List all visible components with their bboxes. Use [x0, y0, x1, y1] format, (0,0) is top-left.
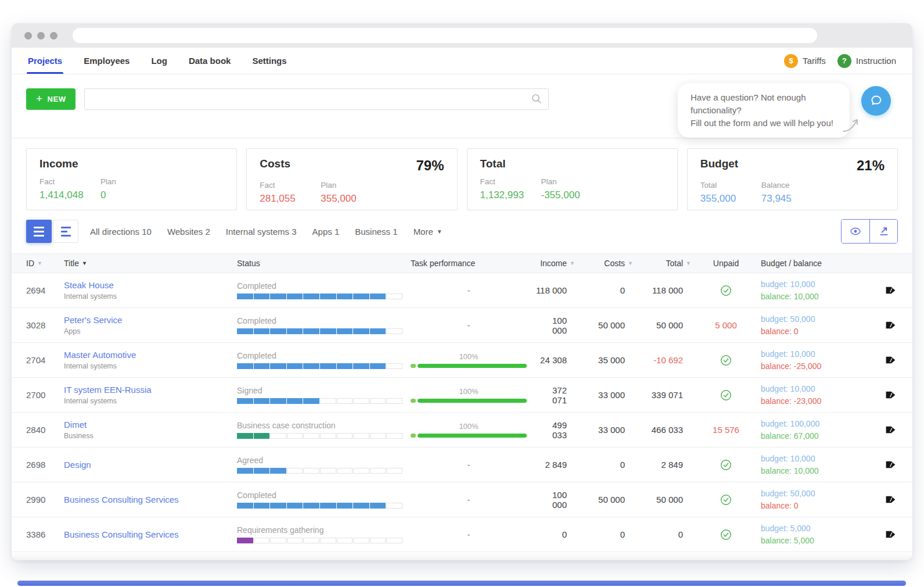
- table-row[interactable]: 2704 Master Automotive Internal systems …: [12, 343, 912, 378]
- status-segment: [337, 398, 353, 404]
- project-title-link[interactable]: Business Consulting Services: [64, 529, 237, 539]
- export-button[interactable]: [869, 220, 897, 243]
- tab-projects[interactable]: Projects: [28, 48, 62, 74]
- status-segment: [287, 538, 303, 543]
- window-control-dot[interactable]: [50, 32, 57, 40]
- instruction-button[interactable]: ? Instruction: [837, 54, 896, 68]
- status-segment: [254, 503, 270, 509]
- compact-view-button[interactable]: [53, 220, 78, 243]
- income-value: 0: [535, 529, 575, 539]
- status-cell: Completed: [237, 281, 411, 299]
- window-control-dot[interactable]: [24, 32, 32, 40]
- col-header-costs[interactable]: Costs ▼: [575, 259, 633, 268]
- window-control-dot[interactable]: [37, 32, 45, 40]
- budget-card: Budget 21% Total 355,000 Balance 73,945: [687, 148, 898, 210]
- paid-check-icon: [720, 389, 732, 402]
- total-card: Total Fact 1,132,993 Plan -355,000: [467, 148, 678, 210]
- status-segment: [370, 503, 386, 509]
- card-value: 0: [100, 189, 161, 201]
- status-segment: [353, 468, 369, 474]
- costs-card: Costs 79% Fact 281,055 Plan 355,000: [246, 148, 457, 210]
- col-header-id[interactable]: ID ▼: [26, 259, 64, 268]
- tag-icon[interactable]: [885, 284, 897, 296]
- tag-icon[interactable]: [885, 493, 897, 506]
- tab-employees[interactable]: Employees: [84, 48, 130, 74]
- project-title-cell: Peter's Service Apps: [64, 315, 237, 335]
- col-header-title[interactable]: Title ▼: [64, 259, 237, 268]
- new-button[interactable]: + NEW: [26, 88, 75, 110]
- filter-websites[interactable]: Websites 2: [167, 227, 210, 237]
- project-title-link[interactable]: IT system EEN-Russia: [64, 385, 237, 395]
- help-tooltip: Have a question? Not enough functionalit…: [678, 83, 850, 138]
- project-title-cell: IT system EEN-Russia Internal systems: [64, 385, 237, 405]
- table-row[interactable]: 2840 Dimet Business Business case constr…: [12, 413, 912, 448]
- filter-apps[interactable]: Apps 1: [312, 227, 340, 237]
- visibility-button[interactable]: [842, 220, 869, 243]
- table-row[interactable]: 2990 Business Consulting Services Comple…: [12, 482, 912, 517]
- filter-more[interactable]: More ▼: [414, 227, 443, 237]
- list-view-button[interactable]: [26, 220, 52, 243]
- eye-icon: [849, 225, 862, 238]
- status-segment: [287, 294, 303, 299]
- project-title-link[interactable]: Steak House: [64, 280, 237, 290]
- tariffs-button[interactable]: $ Tariffs: [784, 54, 826, 68]
- tags-cell: [871, 459, 898, 471]
- table-row[interactable]: 3028 Peter's Service Apps Completed - - …: [12, 308, 912, 343]
- status-bar: [237, 468, 402, 474]
- income-value: 100 000: [535, 316, 575, 335]
- col-header-status: Status: [237, 259, 411, 268]
- status-cell: Completed: [237, 491, 411, 509]
- status-segment: [386, 468, 402, 474]
- total-value: 2 849: [633, 460, 691, 470]
- table-row[interactable]: 2700 IT system EEN-Russia Internal syste…: [12, 378, 912, 413]
- status-segment: [386, 328, 402, 334]
- filter-business[interactable]: Business 1: [355, 227, 397, 237]
- total-value: 339 071: [633, 390, 691, 400]
- status-segment: [303, 503, 319, 509]
- search-input[interactable]: [84, 88, 549, 110]
- url-bar[interactable]: [73, 28, 817, 43]
- tag-icon[interactable]: [885, 528, 897, 541]
- col-header-label: Costs: [604, 259, 625, 268]
- tab-log[interactable]: Log: [151, 48, 167, 74]
- table-row[interactable]: 2694 Steak House Internal systems Comple…: [12, 273, 912, 308]
- table-row[interactable]: 3386 Business Consulting Services Requir…: [12, 517, 912, 552]
- tag-icon[interactable]: [885, 354, 897, 366]
- status-segment: [370, 468, 386, 474]
- col-header-total[interactable]: Total ▼: [633, 259, 691, 268]
- project-title-link[interactable]: Design: [64, 460, 237, 470]
- tag-icon[interactable]: [885, 459, 897, 471]
- project-title-link[interactable]: Master Automotive: [64, 350, 237, 360]
- window-bottom-fade: [12, 552, 912, 560]
- task-performance-cell: 100% 100%: [411, 352, 527, 368]
- tag-icon[interactable]: [885, 319, 897, 331]
- tag-icon[interactable]: [885, 424, 897, 436]
- filter-internal-systems[interactable]: Internal systems 3: [226, 227, 297, 237]
- tab-settings[interactable]: Settings: [252, 48, 286, 74]
- chevron-down-icon: ▼: [437, 228, 443, 235]
- col-header-income[interactable]: Income ▼: [535, 259, 575, 268]
- status-segment: [254, 433, 270, 439]
- filter-all-directions[interactable]: All directions 10: [90, 227, 152, 237]
- project-title-link[interactable]: Peter's Service: [64, 315, 237, 325]
- chat-bubble-icon: [869, 94, 884, 109]
- col-header-budget-balance: Budget / balance: [761, 259, 871, 268]
- project-title-cell: Master Automotive Internal systems: [64, 350, 237, 370]
- tab-data-book[interactable]: Data book: [189, 48, 231, 74]
- browser-chrome: [12, 23, 912, 48]
- status-segment: [386, 398, 402, 404]
- status-cell: Agreed: [237, 456, 411, 474]
- project-title-link[interactable]: Dimet: [64, 420, 237, 429]
- project-title-link[interactable]: Business Consulting Services: [64, 495, 237, 504]
- horizontal-scrollbar[interactable]: [17, 581, 906, 586]
- col-header-label: Title: [64, 259, 79, 268]
- status-segment: [320, 328, 336, 334]
- table-header: ID ▼ Title ▼ Status Task performance Inc…: [12, 253, 912, 273]
- chat-button[interactable]: [861, 86, 891, 116]
- tag-icon[interactable]: [885, 389, 897, 401]
- help-line-2: Fill out the form and we will help you!: [691, 117, 837, 130]
- table-row[interactable]: 2698 Design Agreed - - 2 849 0 2 849 ok …: [12, 448, 912, 482]
- col-header-label: Budget / balance: [761, 259, 822, 268]
- tags-cell: [871, 424, 898, 436]
- card-title: Budget: [700, 158, 738, 170]
